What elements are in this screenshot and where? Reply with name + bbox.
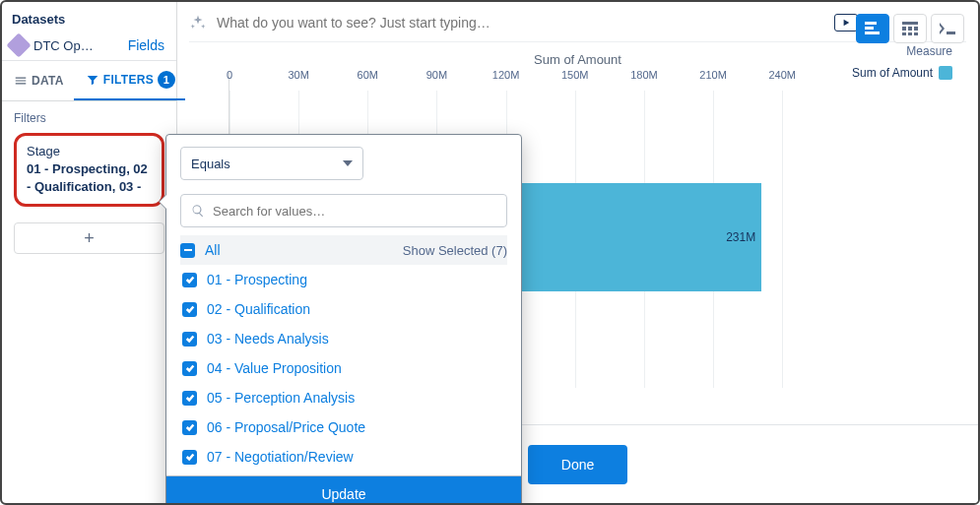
topbar [189,2,966,42]
prompt-icon [940,23,955,34]
axis-tick: 90M [426,69,447,81]
operator-label: Equals [191,157,230,171]
option-all-label: All [205,242,393,258]
filter-option[interactable]: 07 - Negotiation/Review [180,442,507,472]
filter-icon [86,73,99,87]
axis-tick: 120M [492,69,520,81]
axis-tick: 240M [768,69,796,81]
tab-data-label: DATA [32,74,64,88]
show-selected-link[interactable]: Show Selected (7) [403,243,507,258]
axis-tick: 0 [227,69,232,81]
checkbox-checked-icon [182,361,197,376]
filter-option-label: 04 - Value Proposition [207,360,505,376]
filter-option[interactable]: 01 - Prospecting [180,265,507,294]
checkbox-checked-icon [182,332,197,347]
filter-option-label: 03 - Needs Analysis [207,331,505,347]
viz-mode-buttons [856,14,964,43]
checkbox-checked-icon [182,450,197,465]
dataset-icon [6,32,31,57]
filter-value-line1: 01 - Prospecting, 02 [27,160,152,178]
dataset-row[interactable]: DTC Op… Fields [2,31,176,61]
filter-option[interactable]: 06 - Proposal/Price Quote [180,412,507,442]
dataset-name: DTC Op… [33,38,122,53]
filter-option-label: 01 - Prospecting [207,272,505,287]
filters-heading: Filters [2,101,176,131]
tab-filters[interactable]: FILTERS 1 [74,61,185,100]
value-search[interactable] [180,194,507,227]
filter-option[interactable]: 05 - Perception Analysis [180,383,507,412]
update-button[interactable]: Update [166,475,521,505]
chart-mode-button[interactable] [856,14,889,43]
operator-select[interactable]: Equals [180,147,363,180]
filter-option-label: 05 - Perception Analysis [207,390,505,406]
checkbox-checked-icon [182,273,197,287]
axis-tick: 30M [288,69,308,81]
done-button[interactable]: Done [528,445,627,484]
axis-tick: 180M [630,69,658,81]
legend-text: Sum of Amount [852,66,933,80]
sparkle-icon [189,14,207,32]
filter-option[interactable]: 04 - Value Proposition [180,353,507,383]
gridline [782,91,783,388]
legend-swatch [939,66,952,80]
fields-link[interactable]: Fields [128,37,168,53]
filter-option-label: 02 - Qualification [207,301,505,317]
x-axis-ticks: 030M60M90M120M150M180M210M240M [229,69,828,89]
axis-tick: 150M [561,69,589,81]
stage-filter-card[interactable]: Stage 01 - Prospecting, 02 - Qualificati… [14,133,164,207]
checkbox-checked-icon [182,420,197,435]
checkbox-indeterminate-icon [180,243,195,258]
list-icon [14,74,28,88]
value-options-list: All Show Selected (7) 01 - Prospecting02… [180,235,507,472]
filter-field-name: Stage [27,144,152,158]
chevron-down-icon [343,160,353,166]
saql-mode-button[interactable] [931,14,964,43]
filter-option[interactable]: 02 - Qualification [180,294,507,324]
checkbox-checked-icon [182,302,197,317]
filter-count-badge: 1 [158,71,175,89]
filter-popover: Equals All Show Selected (7) 01 - Prospe… [165,134,522,505]
axis-tick: 210M [699,69,727,81]
tab-data[interactable]: DATA [2,61,74,100]
measure-label: Measure [906,44,952,58]
filter-option[interactable]: 03 - Needs Analysis [180,324,507,353]
filter-option-label: 06 - Proposal/Price Quote [207,419,505,435]
nlq-input[interactable] [217,15,824,31]
popover-pointer [159,194,166,210]
panel-tabs: DATA FILTERS 1 [2,61,176,101]
checkbox-checked-icon [182,391,197,406]
option-all[interactable]: All Show Selected (7) [180,235,507,265]
table-mode-button[interactable] [893,14,927,43]
bar-chart-icon [865,22,881,35]
table-icon [902,22,918,35]
value-search-input[interactable] [213,204,496,219]
search-icon [191,204,205,218]
filter-option-label: 07 - Negotiation/Review [207,449,505,465]
filter-value-line2: - Qualification, 03 - [27,178,152,196]
play-icon [842,19,850,27]
run-query-button[interactable] [834,14,858,32]
datasets-heading: Datasets [2,8,176,31]
add-filter-button[interactable]: + [14,222,164,254]
axis-tick: 60M [358,69,378,81]
left-panel: Datasets DTC Op… Fields DATA FILTERS 1 F… [2,2,177,503]
bar-value-label: 231M [726,230,755,244]
tab-filters-label: FILTERS [103,73,154,87]
chart-legend: Sum of Amount [852,66,952,80]
